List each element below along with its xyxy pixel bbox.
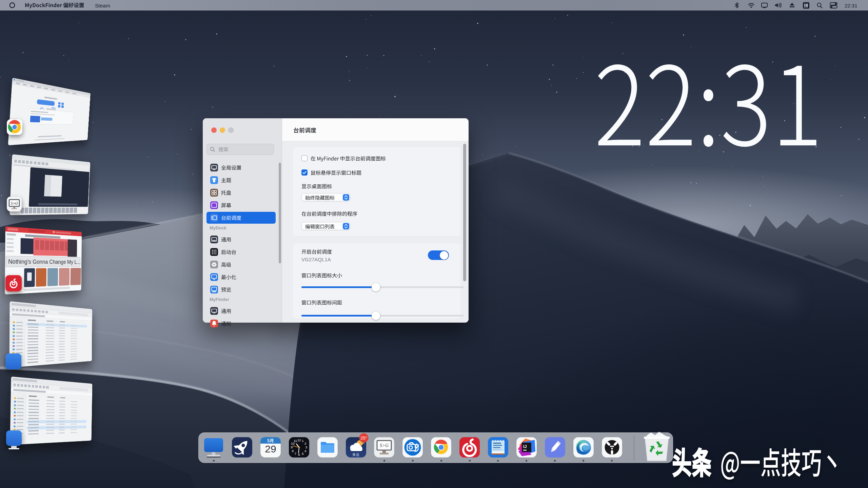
svg-text:25°: 25° [360,435,367,441]
svg-text:8: 8 [292,449,294,453]
svg-text:7: 7 [295,452,296,455]
svg-text:29: 29 [265,443,276,454]
svg-text:IJ: IJ [523,444,527,449]
svg-text:1: 1 [302,439,303,443]
svg-text:2: 2 [304,442,306,445]
svg-text:3: 3 [305,445,307,449]
svg-text:4: 4 [304,449,306,453]
svg-text:S>G: S>G [11,201,18,205]
svg-text:S>G: S>G [380,443,389,448]
svg-text:5: 5 [302,452,303,455]
svg-text:12: 12 [297,438,301,442]
svg-text:11: 11 [294,439,297,443]
